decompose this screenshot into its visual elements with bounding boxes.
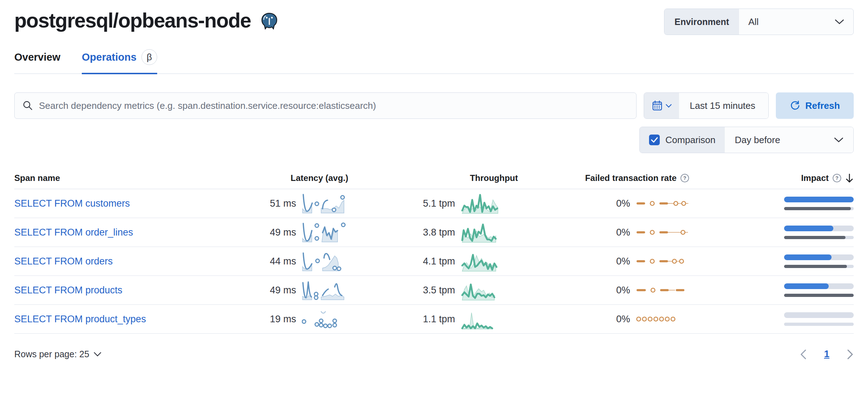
table-header-row: Span name Latency (avg.) Throughput Fail… — [14, 173, 854, 189]
failed-rate-sparkline — [636, 198, 689, 208]
date-picker: Last 15 minutes — [644, 92, 769, 119]
svg-text:?: ? — [683, 175, 687, 181]
col-failed-rate[interactable]: Failed transaction rate ? — [518, 173, 689, 183]
col-latency[interactable]: Latency (avg.) — [241, 173, 348, 183]
latency-sparkline — [302, 222, 348, 243]
failed-rate-value: 0% — [616, 285, 630, 296]
chevron-right-icon — [847, 349, 854, 360]
chevron-down-icon — [94, 352, 101, 357]
col-span-name[interactable]: Span name — [14, 173, 241, 183]
comparison-select[interactable]: Day before — [725, 127, 853, 153]
question-icon: ? — [680, 173, 689, 183]
latency-value: 19 ms — [270, 314, 296, 325]
table-row: SELECT FROM customers 51 ms 5.1 tpm 0% — [14, 189, 854, 218]
page-title: postgresql/opbeans-node — [14, 9, 251, 32]
environment-label: Environment — [664, 9, 739, 35]
postgresql-logo-icon — [260, 12, 279, 31]
comparison-checkbox[interactable] — [649, 135, 660, 145]
span-name-link[interactable]: SELECT FROM orders — [14, 256, 113, 267]
search-box — [14, 92, 637, 119]
chevron-down-icon — [835, 19, 844, 25]
latency-sparkline — [302, 280, 348, 300]
search-icon — [23, 100, 33, 111]
table-row: SELECT FROM order_lines 49 ms 3.8 tpm 0% — [14, 218, 854, 247]
comparison-label: Comparison — [665, 135, 715, 146]
impact-bars — [784, 226, 854, 239]
latency-sparkline — [302, 193, 348, 214]
next-page-button[interactable] — [847, 349, 854, 360]
throughput-sparkline — [461, 279, 518, 302]
time-range-value[interactable]: Last 15 minutes — [679, 93, 768, 118]
latency-value: 49 ms — [270, 227, 296, 238]
latency-value: 44 ms — [270, 256, 296, 267]
throughput-sparkline — [461, 221, 518, 244]
refresh-icon — [790, 100, 800, 111]
span-name-link[interactable]: SELECT FROM customers — [14, 198, 130, 209]
table-row: SELECT FROM orders 44 ms 4.1 tpm 0% — [14, 247, 854, 276]
environment-selector[interactable]: Environment All — [664, 9, 854, 35]
check-icon — [651, 137, 658, 143]
latency-value: 49 ms — [270, 285, 296, 296]
latency-sparkline — [302, 309, 348, 329]
page-number[interactable]: 1 — [824, 349, 829, 360]
chevron-down-icon — [834, 137, 843, 143]
tab-overview[interactable]: Overview — [14, 49, 60, 74]
impact-bars — [784, 254, 854, 268]
date-quick-select-button[interactable] — [644, 93, 679, 118]
span-name-link[interactable]: SELECT FROM product_types — [14, 314, 146, 325]
latency-value: 51 ms — [270, 198, 296, 209]
operations-table: Span name Latency (avg.) Throughput Fail… — [14, 173, 854, 370]
chevron-left-icon — [800, 349, 807, 360]
question-icon: ? — [832, 173, 842, 183]
query-controls: Last 15 minutes Refresh — [14, 92, 854, 119]
svg-text:?: ? — [835, 175, 839, 181]
impact-bars — [784, 283, 854, 297]
beta-badge: β — [141, 49, 157, 65]
throughput-sparkline — [461, 250, 518, 273]
table-row: SELECT FROM products 49 ms 3.5 tpm 0% — [14, 276, 854, 305]
throughput-value: 3.5 tpm — [423, 285, 455, 296]
throughput-sparkline — [461, 308, 518, 330]
throughput-value: 5.1 tpm — [423, 198, 455, 209]
latency-sparkline — [302, 251, 348, 272]
sort-desc-icon — [845, 173, 854, 183]
throughput-sparkline — [461, 192, 518, 215]
environment-value: All — [748, 16, 759, 27]
tab-operations[interactable]: Operations β — [82, 49, 157, 74]
rows-per-page-button[interactable]: Rows per page: 25 — [14, 349, 101, 359]
chevron-down-icon — [666, 104, 672, 108]
prev-page-button[interactable] — [800, 349, 807, 360]
page-header: postgresql/opbeans-node Environment All — [14, 9, 854, 35]
col-impact[interactable]: Impact ? — [689, 173, 854, 183]
failed-rate-sparkline — [636, 314, 689, 324]
failed-rate-sparkline — [636, 285, 689, 295]
throughput-value: 4.1 tpm — [423, 256, 455, 267]
col-throughput[interactable]: Throughput — [348, 173, 518, 183]
failed-rate-sparkline — [636, 227, 689, 237]
tab-bar: Overview Operations β — [14, 49, 854, 74]
throughput-value: 3.8 tpm — [423, 227, 455, 238]
failed-rate-value: 0% — [616, 198, 630, 209]
failed-rate-value: 0% — [616, 256, 630, 267]
apm-dependency-page: postgresql/opbeans-node Environment All … — [0, 0, 868, 370]
failed-rate-value: 0% — [616, 314, 630, 325]
span-name-link[interactable]: SELECT FROM order_lines — [14, 227, 133, 238]
refresh-button[interactable]: Refresh — [776, 92, 854, 119]
table-footer: Rows per page: 25 1 — [14, 349, 854, 370]
table-row: SELECT FROM product_types 19 ms 1.1 tpm … — [14, 305, 854, 334]
span-name-link[interactable]: SELECT FROM products — [14, 285, 123, 296]
comparison-controls: Comparison Day before — [14, 127, 854, 153]
comparison-group: Comparison Day before — [639, 127, 854, 153]
search-input[interactable] — [39, 100, 628, 111]
failed-rate-sparkline — [636, 256, 689, 266]
impact-bars — [784, 312, 854, 326]
throughput-value: 1.1 tpm — [423, 314, 455, 325]
failed-rate-value: 0% — [616, 227, 630, 238]
impact-bars — [784, 197, 854, 210]
calendar-icon — [652, 100, 663, 111]
pagination: 1 — [800, 349, 854, 360]
